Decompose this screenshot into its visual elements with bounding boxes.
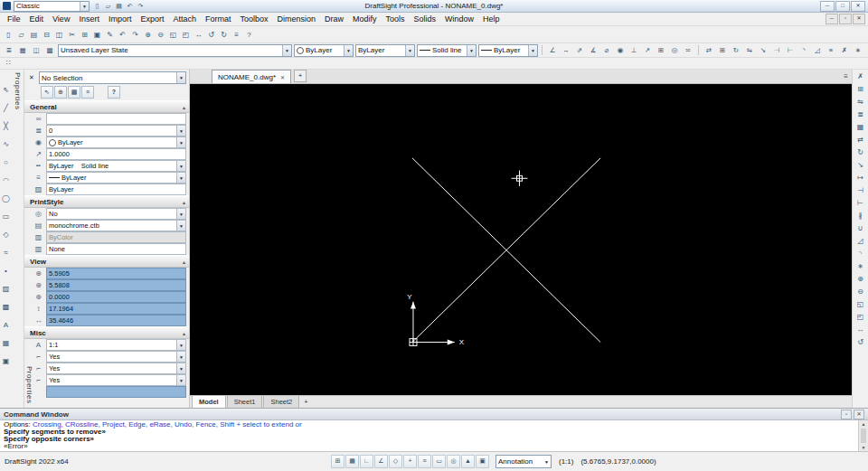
explode-icon[interactable]: ∗	[852, 45, 864, 56]
grid-toggle[interactable]: ▦	[345, 455, 359, 468]
copy-entity-icon[interactable]: ⊞	[716, 45, 729, 56]
chamfer-icon[interactable]: ◿	[854, 235, 866, 248]
dropdown-arrow-icon[interactable]: ▼	[176, 173, 185, 183]
diameter-dimension-icon[interactable]: ⌀	[600, 45, 613, 56]
command-history[interactable]: Options: Crossing, CRossline, Project, E…	[0, 420, 858, 451]
ucs-per-viewport-field[interactable]: Yes▼	[46, 374, 186, 386]
point-icon[interactable]: •	[0, 265, 12, 277]
section-header-misc[interactable]: Misc▴	[24, 326, 189, 339]
chevron-down-icon[interactable]: ▼	[176, 72, 185, 83]
tolerance-icon[interactable]: ⊞	[655, 45, 667, 56]
help-button[interactable]: ?	[108, 86, 120, 99]
chevron-down-icon[interactable]: ▼	[467, 45, 476, 56]
menu-help[interactable]: Help	[478, 14, 505, 24]
dimension-style-icon[interactable]: ≍	[682, 45, 694, 56]
menu-toolbox[interactable]: Toolbox	[235, 14, 272, 24]
mdi-restore-button[interactable]: ▫	[839, 14, 852, 24]
zoom-window-icon[interactable]: ◱	[167, 29, 179, 41]
command-scrollbar[interactable]: ▲ ▼	[858, 420, 868, 451]
chevron-down-icon[interactable]: ▼	[528, 45, 537, 56]
transparency-field[interactable]: ByLayer	[46, 184, 186, 195]
scrollbar-track[interactable]	[861, 429, 866, 443]
dropdown-arrow-icon[interactable]: ▼	[176, 209, 185, 219]
dropdown-arrow-icon[interactable]: ▼	[176, 126, 185, 136]
center-mark-icon[interactable]: ◎	[668, 45, 681, 56]
tab-list-icon[interactable]: ≡	[844, 72, 848, 80]
scroll-down-icon[interactable]: ▼	[862, 444, 866, 451]
chamfer-icon[interactable]: ◿	[811, 45, 824, 56]
dropdown-arrow-icon[interactable]: ▼	[176, 137, 185, 147]
polar-toggle[interactable]: ∠	[374, 455, 388, 468]
print-style-field[interactable]: No▼	[46, 208, 186, 220]
dropdown-arrow-icon[interactable]: ▼	[176, 352, 185, 362]
hyperlink-field[interactable]	[46, 113, 186, 125]
menu-export[interactable]: Export	[136, 14, 168, 24]
properties-icon[interactable]: ≡	[231, 29, 242, 41]
close-icon[interactable]: ✕	[854, 410, 864, 419]
new-tab-button[interactable]: +	[294, 70, 307, 82]
offset-icon[interactable]: ≣	[854, 108, 866, 121]
esnap-toggle[interactable]: ◇	[389, 455, 402, 468]
trim-icon[interactable]: ⊣	[854, 184, 866, 197]
menu-import[interactable]: Import	[104, 14, 137, 24]
format-painter-icon[interactable]: ✎	[104, 29, 116, 41]
new-icon[interactable]: ▯	[3, 29, 14, 41]
menu-window[interactable]: Window	[440, 14, 478, 24]
etrack-toggle[interactable]: +	[403, 455, 417, 468]
menu-modify[interactable]: Modify	[348, 14, 382, 24]
dropdown-arrow-icon[interactable]: ▼	[176, 363, 185, 373]
save-quick-icon[interactable]: ▤	[114, 2, 124, 11]
lineweight-toggle[interactable]: ≡	[418, 455, 431, 468]
pattern-icon[interactable]: ▦	[854, 121, 866, 134]
chevron-down-icon[interactable]: ▼	[80, 2, 89, 11]
construction-line-icon[interactable]: ╳	[0, 120, 12, 132]
menu-view[interactable]: View	[48, 14, 74, 24]
move-icon[interactable]: ⇄	[854, 134, 866, 146]
region-icon[interactable]: ▩	[0, 301, 12, 313]
angular-dimension-icon[interactable]: ∡	[587, 45, 599, 56]
select-all-icon[interactable]: ▩	[68, 86, 80, 99]
scale-icon[interactable]: ↘	[757, 45, 769, 56]
mdi-close-button[interactable]: ✕	[853, 14, 865, 24]
previous-view-icon[interactable]: ↺	[854, 336, 866, 349]
sheet-tab-sheet2[interactable]: Sheet2	[263, 396, 299, 408]
layers-manager-icon[interactable]: ≣	[3, 45, 15, 56]
scale-icon[interactable]: ↘	[854, 159, 866, 172]
line-style-field[interactable]: ByLayer Solid line▼	[46, 160, 186, 172]
move-icon[interactable]: ⇄	[703, 45, 715, 56]
zoom-fit-icon[interactable]: ◰	[180, 29, 192, 41]
menu-solids[interactable]: Solids	[410, 14, 441, 24]
height-field[interactable]: 17.1964	[46, 303, 186, 315]
line-style-combo[interactable]: Solid line ▼	[417, 44, 476, 57]
close-button[interactable]: ✕	[851, 1, 865, 12]
selection-combo[interactable]: No Selection ▼	[39, 71, 186, 84]
copy-icon[interactable]: ⊞	[854, 83, 866, 96]
spline-icon[interactable]: ≈	[0, 247, 12, 259]
line-weight-field[interactable]: ByLayer▼	[46, 172, 186, 184]
fillet-icon[interactable]: ◝	[797, 45, 810, 56]
add-sheet-button[interactable]: +	[300, 396, 311, 408]
quick-select-icon[interactable]: ⊕	[54, 86, 67, 99]
sheet-tab-model[interactable]: Model	[192, 396, 226, 408]
erase-icon[interactable]: ✗	[854, 71, 866, 83]
redo-icon[interactable]: ↷	[129, 29, 141, 41]
rotate-icon[interactable]: ↻	[854, 146, 866, 159]
dropdown-arrow-icon[interactable]: ▼	[176, 221, 185, 231]
zoom-in-icon[interactable]: ⊕	[854, 273, 866, 286]
mirror-icon[interactable]: ⇋	[854, 96, 866, 108]
refresh-icon[interactable]: ↻	[218, 29, 230, 41]
mirror-icon[interactable]: ⇋	[743, 45, 756, 56]
zoom-out-icon[interactable]: ⊖	[155, 29, 166, 41]
layer-states-icon[interactable]: ▦	[16, 45, 29, 56]
scroll-up-icon[interactable]: ▲	[862, 420, 866, 428]
save-icon[interactable]: ▤	[28, 29, 40, 41]
units-toggle[interactable]: ◎	[447, 455, 460, 468]
ordinate-dimension-icon[interactable]: ⊥	[627, 45, 640, 56]
arc-icon[interactable]: ◠	[0, 174, 12, 186]
redo-quick-icon[interactable]: ↷	[136, 2, 146, 11]
ortho-toggle[interactable]: ∟	[360, 455, 373, 468]
layer-state-combo[interactable]: Unsaved Layer State ▼	[58, 44, 292, 57]
extend-icon[interactable]: ⊢	[784, 45, 797, 56]
palette-close-icon[interactable]: ✕	[27, 73, 36, 82]
break-icon[interactable]: ∦	[854, 210, 866, 222]
